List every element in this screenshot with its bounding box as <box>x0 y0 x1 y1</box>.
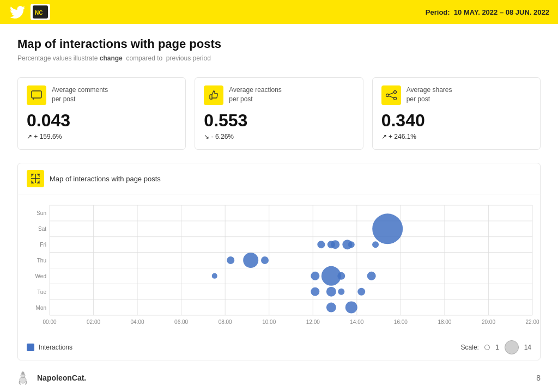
svg-point-61 <box>372 241 379 248</box>
svg-text:06:00: 06:00 <box>174 319 188 325</box>
map-section-title: Map of interactions with page posts <box>50 175 161 183</box>
footer: NapoleonCat. 8 <box>17 370 541 385</box>
svg-text:NC: NC <box>35 10 43 16</box>
twitter-icon <box>9 5 26 19</box>
header: NC Period: 10 MAY. 2022 – 08 JUN. 2022 <box>0 0 558 24</box>
metric-change-reactions: ↘ - 6.26% <box>204 133 354 140</box>
legend-interactions: Interactions <box>27 344 72 351</box>
svg-text:Wed: Wed <box>35 273 46 279</box>
svg-point-55 <box>337 272 345 280</box>
scale-circle-small <box>484 345 490 350</box>
bubble-chart-svg: SunSatFriThuWedTueMon00:0002:0004:0006:0… <box>27 200 539 330</box>
svg-text:10:00: 10:00 <box>262 319 276 325</box>
metric-value-shares: 0.340 <box>381 111 531 131</box>
svg-point-60 <box>348 241 355 248</box>
svg-text:Sat: Sat <box>38 226 46 232</box>
header-period: Period: 10 MAY. 2022 – 08 JUN. 2022 <box>426 8 549 16</box>
brand-logo-box: NC <box>31 4 50 20</box>
svg-point-49 <box>227 256 234 264</box>
svg-text:04:00: 04:00 <box>131 319 144 325</box>
svg-point-5 <box>386 94 389 97</box>
legend-color-square <box>27 344 34 351</box>
page-title: Map of interactions with page posts <box>17 37 541 51</box>
svg-point-51 <box>261 256 269 264</box>
metric-label-reactions: Average reactionsper post <box>229 85 282 104</box>
main-content: Map of interactions with page posts Perc… <box>0 24 558 371</box>
svg-point-4 <box>393 97 396 100</box>
svg-point-53 <box>311 272 319 280</box>
svg-point-67 <box>331 240 339 249</box>
svg-text:Sun: Sun <box>37 210 46 216</box>
svg-point-57 <box>317 241 325 248</box>
svg-point-62 <box>311 287 319 296</box>
metric-value-comments: 0.043 <box>27 111 177 131</box>
svg-text:22:00: 22:00 <box>525 319 539 325</box>
svg-text:00:00: 00:00 <box>43 319 56 325</box>
metric-change-comments: ↗ + 159.6% <box>27 133 177 140</box>
footer-brand: NapoleonCat. <box>17 370 86 385</box>
page-subtitle: Percentage values illustrate change comp… <box>17 54 541 62</box>
svg-text:16:00: 16:00 <box>394 319 408 325</box>
svg-rect-2 <box>32 91 41 98</box>
share-icon <box>381 85 401 105</box>
legend-scale: Scale: 1 14 <box>461 340 531 354</box>
svg-point-68 <box>326 303 336 313</box>
svg-text:02:00: 02:00 <box>87 319 100 325</box>
svg-text:Thu: Thu <box>37 258 46 264</box>
metric-cards: Average commentsper post 0.043 ↗ + 159.6… <box>17 77 541 150</box>
period-label: Period: <box>426 8 450 16</box>
svg-text:Mon: Mon <box>36 305 46 311</box>
svg-text:Fri: Fri <box>40 242 46 248</box>
metric-change-shares: ↗ + 246.1% <box>381 133 531 140</box>
metric-label-comments: Average commentsper post <box>52 85 108 104</box>
legend-scale-max: 14 <box>524 344 531 351</box>
svg-point-50 <box>243 253 258 268</box>
metric-value-reactions: 0.553 <box>204 111 354 131</box>
footer-brand-name: NapoleonCat. <box>37 373 86 382</box>
svg-line-7 <box>389 96 394 98</box>
scale-circle-large <box>505 340 519 354</box>
svg-text:12:00: 12:00 <box>306 319 320 325</box>
svg-text:14:00: 14:00 <box>350 319 363 325</box>
metric-label-shares: Average sharesper post <box>407 85 452 104</box>
chart-area: SunSatFriThuWedTueMon00:0002:0004:0006:0… <box>18 194 540 337</box>
comment-icon <box>27 85 46 105</box>
napoleoncat-logo-icon <box>17 370 33 385</box>
map-section-header: Map of interactions with page posts <box>18 163 540 194</box>
svg-text:18:00: 18:00 <box>438 319 451 325</box>
svg-point-64 <box>338 289 344 295</box>
header-logos: NC <box>9 4 50 20</box>
svg-text:08:00: 08:00 <box>219 319 232 325</box>
legend-interaction-label: Interactions <box>39 344 72 351</box>
svg-point-66 <box>372 213 403 244</box>
map-expand-icon <box>27 170 44 187</box>
chart-legend: Interactions Scale: 1 14 <box>18 337 540 360</box>
svg-text:Tue: Tue <box>37 289 46 295</box>
metric-card-shares: Average sharesper post 0.340 ↗ + 246.1% <box>372 77 541 150</box>
metric-card-reactions: Average reactionsper post 0.553 ↘ - 6.26… <box>195 77 363 150</box>
svg-point-63 <box>326 287 336 297</box>
thumbsup-icon <box>204 85 223 105</box>
legend-scale-min: 1 <box>495 344 499 351</box>
svg-point-65 <box>357 288 365 296</box>
metric-card-comments: Average commentsper post 0.043 ↗ + 159.6… <box>17 77 186 150</box>
map-section: Map of interactions with page posts SunS… <box>17 163 541 360</box>
svg-point-56 <box>367 272 376 280</box>
svg-point-52 <box>212 273 217 279</box>
svg-line-6 <box>389 93 394 95</box>
svg-point-69 <box>345 302 357 314</box>
footer-page-number: 8 <box>536 373 541 382</box>
svg-text:20:00: 20:00 <box>482 319 495 325</box>
legend-scale-label: Scale: <box>461 344 479 351</box>
period-value: 10 MAY. 2022 – 08 JUN. 2022 <box>454 8 549 16</box>
svg-point-3 <box>393 91 396 94</box>
